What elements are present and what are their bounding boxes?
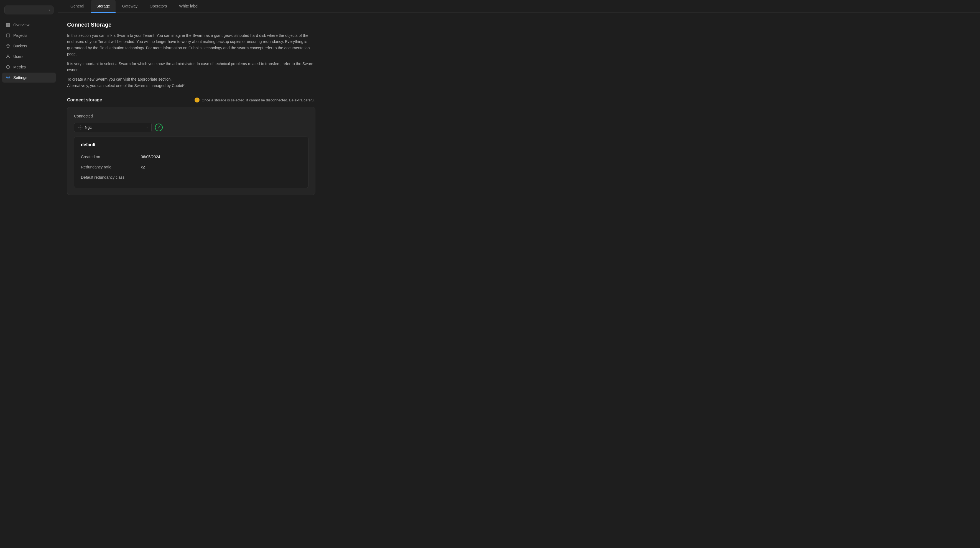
storage-selector-chevron-icon: › [146,125,148,129]
tab-general[interactable]: General [65,0,90,13]
sidebar: › Overview Projects [0,0,58,548]
svg-point-11 [80,125,81,126]
tab-white-label[interactable]: White label [173,0,204,13]
users-icon [6,54,11,59]
connected-check-icon: ✓ [155,124,163,131]
storage-selector-row: Ngc › ✓ [74,123,309,132]
svg-rect-0 [6,23,8,25]
sidebar-item-label: Overview [13,23,29,27]
storage-card: Connected Ngc › ✓ [67,107,315,195]
sidebar-item-label: Projects [13,33,27,38]
svg-point-13 [78,127,79,128]
sidebar-item-label: Buckets [13,44,27,48]
sidebar-nav: Overview Projects Buckets [0,20,58,83]
buckets-icon [6,43,11,48]
settings-icon [6,75,11,80]
page-title: Connect Storage [67,22,315,28]
sidebar-logo-area: › [0,3,58,20]
sidebar-chevron-icon: › [49,8,50,12]
created-on-value: 06/05/2024 [141,155,160,159]
storage-name: Ngc [85,125,92,130]
main-content: General Storage Gateway Operators White … [58,0,980,548]
storage-selector-dropdown[interactable]: Ngc › [74,123,151,132]
svg-rect-1 [8,23,10,25]
description-paragraph-3: To create a new Swarm you can visit the … [67,76,315,89]
swarm-icon [78,125,83,130]
default-info-title: default [81,142,302,148]
connect-storage-label: Connect storage [67,97,102,103]
tab-operators[interactable]: Operators [144,0,172,13]
info-row-default-redundancy-class: Default redundancy class [81,172,302,182]
redundancy-ratio-label: Redundancy ratio [81,165,136,169]
svg-point-10 [80,127,81,128]
content-area: Connect Storage In this section you can … [58,13,324,204]
projects-icon [6,33,11,38]
svg-point-5 [7,55,9,57]
svg-point-9 [8,77,9,78]
sidebar-logo-button[interactable]: › [5,6,54,14]
sidebar-item-users[interactable]: Users [2,52,56,62]
tab-storage[interactable]: Storage [91,0,116,13]
description-paragraph-1: In this section you can link a Swarm to … [67,32,315,57]
sidebar-item-buckets[interactable]: Buckets [2,41,56,51]
info-row-redundancy-ratio: Redundancy ratio x2 [81,162,302,172]
sidebar-item-settings[interactable]: Settings [2,73,56,83]
description-paragraph-2: It is very important to select a Swarm f… [67,61,315,73]
info-row-created-on: Created on 06/05/2024 [81,152,302,162]
connected-label: Connected [74,114,309,118]
redundancy-ratio-value: x2 [141,165,145,169]
warning-icon: ! [194,97,200,103]
tabs-bar: General Storage Gateway Operators White … [58,0,980,13]
svg-rect-2 [6,25,8,27]
sidebar-item-label: Settings [13,75,27,80]
connect-storage-header: Connect storage ! Once a storage is sele… [67,97,315,103]
sidebar-item-label: Metrics [13,65,26,69]
sidebar-item-overview[interactable]: Overview [2,20,56,30]
overview-icon [6,22,11,27]
tab-gateway[interactable]: Gateway [117,0,143,13]
default-info-card: default Created on 06/05/2024 Redundancy… [74,137,309,188]
warning-notice: ! Once a storage is selected, it cannot … [194,97,315,103]
created-on-label: Created on [81,155,136,159]
svg-rect-4 [6,34,10,37]
svg-rect-3 [8,25,10,27]
svg-point-14 [82,127,83,128]
sidebar-item-projects[interactable]: Projects [2,30,56,40]
sidebar-item-label: Users [13,54,24,59]
svg-point-12 [80,129,81,130]
storage-selector-left: Ngc [78,125,92,130]
warning-text: Once a storage is selected, it cannot be… [202,98,315,102]
metrics-icon [6,65,11,70]
default-redundancy-class-label: Default redundancy class [81,175,136,179]
sidebar-item-metrics[interactable]: Metrics [2,62,56,72]
